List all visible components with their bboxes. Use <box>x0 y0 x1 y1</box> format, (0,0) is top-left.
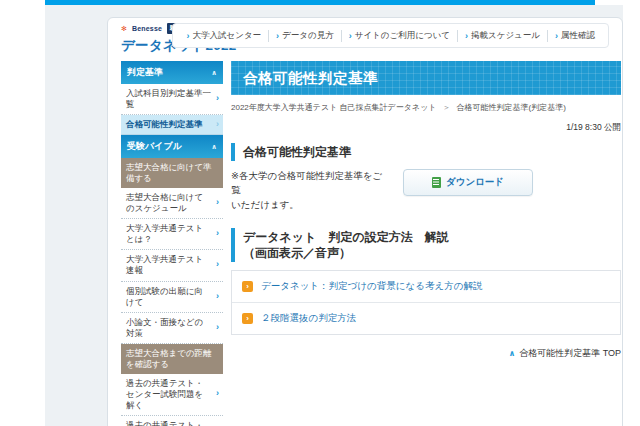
section-heading-line1: データネット 判定の設定方法 解説 <box>243 229 621 245</box>
sidebar-item-label: 入試科目別判定基準一覧 <box>126 88 211 109</box>
sidebar-item-label: 大学入学共通テストとは？ <box>126 223 203 244</box>
topnav-item-site-usage[interactable]: › サイトのご利用について <box>341 30 457 42</box>
sidebar-subheader-prepare: 志望大合格に向けて準備する <box>121 158 223 188</box>
chevron-right-icon: › <box>349 31 352 41</box>
download-button[interactable]: ダウンロード <box>403 169 533 196</box>
topnav-label: 掲載スケジュール <box>471 30 540 42</box>
back-to-top-link[interactable]: ∧ 合格可能性判定基準 TOP <box>231 347 621 360</box>
sidebar-header-label: 受験バイブル <box>127 140 182 153</box>
benesse-mark-icon: ✻ <box>121 25 127 32</box>
criteria-note: ※各大学の合格可能性判定基準をご覧 いただけます。 <box>231 169 391 212</box>
sidebar-item-label: 過去の共通テスト・センター試験問題を解く <box>126 378 203 410</box>
criteria-download-row: ※各大学の合格可能性判定基準をご覧 いただけます。 ダウンロード <box>231 169 621 212</box>
content-card: ✻ Benesse 駿台 SUNDAI データネット2022 › 大学入試センタ… <box>107 17 623 426</box>
sidebar-item-what-is-common-test[interactable]: 大学入学共通テストとは？ › <box>121 219 223 250</box>
chevron-right-icon: › <box>216 389 219 401</box>
sidebar-item-criteria-by-subject[interactable]: 入試科目別判定基準一覧 › <box>121 84 223 115</box>
link-label: ２段階選抜の判定方法 <box>261 312 356 325</box>
chevron-up-icon: ∧ <box>509 349 516 358</box>
sidebar-subheader-check-distance: 志望大合格までの距離を確認する <box>121 344 223 374</box>
sidebar-item-label: 小論文・面接などの対策 <box>126 317 203 338</box>
sidebar-item-label: 個別試験の出願に向けて <box>126 286 203 307</box>
breadcrumb-root-link[interactable]: 2022年度大学入学共通テスト 自己採点集計データネット <box>231 102 437 113</box>
chevron-right-icon: › <box>242 281 253 292</box>
chevron-right-icon: › <box>465 31 468 41</box>
topnav-label: 大学入試センター <box>192 30 261 42</box>
chevron-right-icon: › <box>216 197 219 209</box>
chevron-right-icon: › <box>216 322 219 334</box>
sidebar-item-essay-interview-measures[interactable]: 小論文・面接などの対策 › <box>121 313 223 344</box>
sidebar-item-self-score-past-exams[interactable]: 過去の共通テスト・センター試験の自己採点をする › <box>121 416 223 426</box>
section-heading-explanation: データネット 判定の設定方法 解説 （画面表示／音声） <box>231 228 621 262</box>
benesse-logo: Benesse <box>132 25 162 32</box>
sidebar-item-label: 大学入学共通テスト速報 <box>126 254 203 275</box>
criteria-note-line1: ※各大学の合格可能性判定基準をご覧 <box>231 169 391 198</box>
screen: ✻ Benesse 駿台 SUNDAI データネット2022 › 大学入試センタ… <box>0 0 640 426</box>
document-icon <box>432 177 441 188</box>
sidebar-item-common-test-flash-report[interactable]: 大学入学共通テスト速報 › <box>121 250 223 281</box>
sidebar-item-schedule-to-pass[interactable]: 志望大合格に向けてのスケジュール › <box>121 188 223 219</box>
top-nav: › 大学入試センター › データの見方 › サイトのご利用について › 掲載スケ… <box>172 23 609 48</box>
chevron-up-icon: ∧ <box>211 143 217 151</box>
chevron-up-icon: ∧ <box>211 69 217 77</box>
page-title-banner: 合格可能性判定基準 <box>231 61 621 95</box>
sidebar-header-label: 判定基準 <box>127 66 163 79</box>
link-two-stage-selection-method[interactable]: › ２段階選抜の判定方法 <box>232 302 620 334</box>
breadcrumb: 2022年度大学入学共通テスト 自己採点集計データネット ＞ 合格可能性判定基準… <box>231 102 621 113</box>
topnav-item-schedule[interactable]: › 掲載スケジュール <box>457 30 547 42</box>
sidebar-subheader-label: 志望大合格までの距離を確認する <box>126 348 212 369</box>
sidebar: 判定基準 ∧ 入試科目別判定基準一覧 › 合格可能性判定基準 › 受験バイブル … <box>121 61 223 426</box>
sidebar-item-pass-possibility-criteria[interactable]: 合格可能性判定基準 › <box>121 115 223 135</box>
chevron-right-icon: › <box>242 313 253 324</box>
sidebar-header-exam-bible[interactable]: 受験バイブル ∧ <box>121 135 223 158</box>
sidebar-item-label: 志望大合格に向けてのスケジュール <box>126 192 203 213</box>
download-button-label: ダウンロード <box>446 176 504 189</box>
topnav-label: 属性確認 <box>561 30 595 42</box>
sidebar-item-solve-past-exams[interactable]: 過去の共通テスト・センター試験問題を解く › <box>121 374 223 416</box>
sidebar-item-label: 合格可能性判定基準 <box>126 119 203 129</box>
sidebar-item-label: 過去の共通テスト・センター試験の自己採点をする <box>126 420 203 426</box>
sidebar-header-judgment-criteria[interactable]: 判定基準 ∧ <box>121 61 223 84</box>
back-to-top-label: 合格可能性判定基準 TOP <box>519 347 621 360</box>
page-title: 合格可能性判定基準 <box>243 69 378 88</box>
breadcrumb-current: 合格可能性判定基準(判定基準) <box>457 102 566 113</box>
chevron-right-icon: › <box>216 93 219 105</box>
published-timestamp: 1/19 8:30 公開 <box>231 122 621 134</box>
chevron-right-icon: › <box>216 229 219 241</box>
chevron-right-icon: › <box>186 31 189 41</box>
topnav-item-how-to-read-data[interactable]: › データの見方 <box>268 30 341 42</box>
topnav-label: サイトのご利用について <box>355 30 450 42</box>
sidebar-item-individual-exam-application[interactable]: 個別試験の出願に向けて › <box>121 282 223 313</box>
main-content: 合格可能性判定基準 2022年度大学入学共通テスト 自己採点集計データネット ＞… <box>231 61 621 360</box>
link-judgment-background-explanation[interactable]: › データネット：判定づけの背景になる考え方の解説 <box>232 271 620 302</box>
criteria-note-line2: いただけます。 <box>231 198 391 212</box>
topnav-item-exam-center[interactable]: › 大学入試センター <box>179 30 268 42</box>
section-heading-line2: （画面表示／音声） <box>243 245 621 261</box>
topnav-item-attribute-check[interactable]: › 属性確認 <box>547 30 602 42</box>
chevron-right-icon: › <box>216 291 219 303</box>
link-label: データネット：判定づけの背景になる考え方の解説 <box>261 280 482 293</box>
chevron-right-icon: › <box>276 31 279 41</box>
page-background: ✻ Benesse 駿台 SUNDAI データネット2022 › 大学入試センタ… <box>45 5 623 426</box>
section-heading-criteria: 合格可能性判定基準 <box>231 143 621 161</box>
chevron-right-icon: › <box>555 31 558 41</box>
chevron-right-icon: › <box>216 119 219 131</box>
sidebar-subheader-label: 志望大合格に向けて準備する <box>126 162 212 183</box>
explanation-link-list: › データネット：判定づけの背景になる考え方の解説 › ２段階選抜の判定方法 <box>231 270 621 335</box>
topnav-label: データの見方 <box>282 30 334 42</box>
chevron-right-icon: › <box>216 260 219 272</box>
breadcrumb-separator: ＞ <box>443 102 451 113</box>
